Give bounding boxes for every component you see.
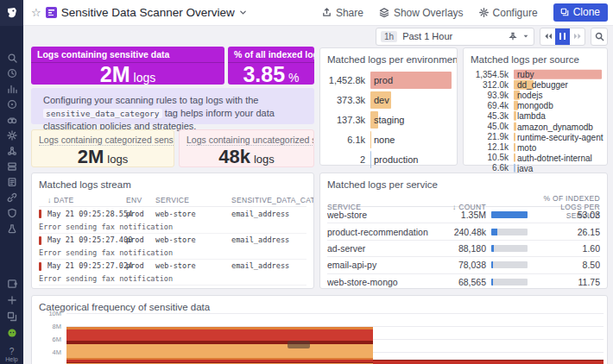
time-range-selector[interactable]: 1h Past 1 Hour <box>376 28 534 46</box>
toplist-bar-area: dd_debugger <box>514 79 602 90</box>
sidebar-item-marketplace[interactable] <box>0 276 23 291</box>
toplist-row[interactable]: 12.1kmoto <box>469 142 602 153</box>
toplist-row[interactable]: 45.3klambda <box>469 110 602 121</box>
area-band <box>66 344 373 358</box>
widget-source-toplist[interactable]: Matched logs per source 1,354.5kruby312.… <box>463 47 608 166</box>
log-message[interactable]: Error sending fax notification <box>39 272 306 285</box>
logs-icon <box>7 177 17 187</box>
toplist-label: dev <box>374 95 389 105</box>
column-category[interactable]: SENSITIVE_DATA_CATEGORY <box>231 196 314 204</box>
sidebar-item-integrations[interactable] <box>0 190 23 204</box>
clone-copy-icon <box>560 8 569 16</box>
service-row[interactable]: product-recommendation240.48k26.15 <box>327 223 600 240</box>
clone-button[interactable]: Clone <box>553 3 608 22</box>
sidebar-item-quick-add[interactable] <box>0 292 23 307</box>
show-overlays-button[interactable]: Show Overlays <box>379 7 464 19</box>
widget-frequency-chart[interactable]: Categorical frequency of sensitive data … <box>31 295 608 364</box>
toplist-row[interactable]: 1,452.8kprod <box>325 70 452 90</box>
toplist-value: 21.9k <box>469 132 514 141</box>
configure-button[interactable]: Configure <box>479 7 538 19</box>
count-bar-track <box>491 279 528 286</box>
widget-service-table[interactable]: Matched logs per service SERVICE ↓ COUNT… <box>319 173 608 289</box>
sidebar-item-history[interactable] <box>0 66 23 80</box>
sidebar-item-search[interactable] <box>0 50 23 65</box>
toplist-row[interactable]: 1,354.5kruby <box>469 69 602 79</box>
monitors-icon <box>7 99 17 110</box>
toplist-value: 6.6k <box>469 163 514 173</box>
log-row[interactable]: May 21 09:25:27.024prodweb-storeemail_ad… <box>39 259 306 272</box>
share-button[interactable]: Share <box>322 7 363 19</box>
sidebar-item-watchdog[interactable] <box>0 112 23 127</box>
service-count: 68,565 <box>434 277 491 287</box>
toplist-row[interactable]: 312.0kdd_debugger <box>469 79 602 90</box>
widget-unit: logs <box>107 153 128 166</box>
column-date[interactable]: ↓ DATE <box>39 196 126 204</box>
title-chevron-down-icon[interactable] <box>239 9 247 16</box>
widget-title: Matched logs stream <box>32 173 313 193</box>
search-icon <box>7 53 17 63</box>
toplist-row[interactable]: 2production <box>325 149 452 169</box>
time-dropdown-caret-icon[interactable] <box>522 33 529 40</box>
toplist-label: runtime-security-agent <box>517 132 603 141</box>
toplist-row[interactable]: 10.5kauth-dotnet-internal <box>469 153 602 163</box>
log-message[interactable]: Error sending fax notification <box>39 246 306 259</box>
sidebar-item-monitors[interactable] <box>0 97 23 111</box>
infrastructure-icon <box>7 161 17 172</box>
toplist-row[interactable]: 373.3kdev <box>325 90 452 110</box>
dashboard-header: ☆ Sensitive Data Scanner Overview Share … <box>23 0 613 26</box>
sidebar-item-logs[interactable] <box>0 174 23 189</box>
sidebar-item-copy[interactable] <box>0 309 23 323</box>
toplist-label: none <box>374 135 395 145</box>
sidebar-item-security[interactable] <box>0 205 23 220</box>
widget-log-stream[interactable]: Matched logs stream ↓ DATE ENV SERVICE S… <box>31 173 314 289</box>
sidebar-item-metrics[interactable] <box>0 128 23 142</box>
widget-value: 2M <box>78 147 104 166</box>
favorite-star-icon[interactable]: ☆ <box>31 7 41 18</box>
column-service[interactable]: SERVICE <box>155 196 231 204</box>
widget-pct-indexed[interactable]: % of all indexed logs 3.85% <box>228 47 314 85</box>
service-row[interactable]: web-store-mongo68,56511.75 <box>327 274 600 288</box>
watchdog-icon <box>7 115 17 125</box>
widget-logs-uncategorized[interactable]: Logs containing uncategorized sens... 48… <box>179 129 314 167</box>
service-row[interactable]: email-api-py78,0388.50 <box>327 257 600 273</box>
zoom-out-button[interactable] <box>591 28 608 46</box>
time-backward-button[interactable] <box>540 28 555 45</box>
toplist-row[interactable]: 93.9knodejs <box>469 90 602 100</box>
log-env: prod <box>126 235 155 244</box>
log-stream-header: ↓ DATE ENV SERVICE SENSITIVE_DATA_CATEGO… <box>39 194 306 207</box>
sidebar-item-infrastructure[interactable] <box>0 159 23 173</box>
service-count: 78,038 <box>434 260 491 270</box>
service-row[interactable]: web-store1.35M53.03 <box>327 207 600 223</box>
log-row[interactable]: May 21 09:25:27.400prodweb-storeemail_ad… <box>39 233 306 246</box>
toplist-row[interactable]: 45.0kamazon_dynamodb <box>469 121 602 131</box>
toplist-value: 373.3k <box>325 95 370 105</box>
column-env[interactable]: ENV <box>126 196 155 204</box>
log-row[interactable]: May 21 09:25:28.554prodweb-storeemail_ad… <box>39 207 306 220</box>
toplist-row[interactable]: 137.3kstaging <box>325 110 452 129</box>
toplist-row[interactable]: 21.9kruntime-security-agent <box>469 132 602 142</box>
quick-add-icon <box>7 295 17 305</box>
toplist-value: 69.4k <box>469 101 514 110</box>
widget-logs-sensitive[interactable]: Logs containing sensitive data 2Mlogs <box>31 47 224 85</box>
freq-chart-plot[interactable] <box>66 310 604 364</box>
datadog-logo[interactable] <box>0 0 23 26</box>
toplist-row[interactable]: 6.1knone <box>325 129 452 149</box>
sidebar-item-apm[interactable] <box>0 143 23 158</box>
widget-env-toplist[interactable]: Matched logs per environment 1,452.8kpro… <box>319 47 458 166</box>
sidebar-item-synthetics[interactable] <box>0 221 23 235</box>
log-message[interactable]: Error sending fax notification <box>39 220 306 233</box>
pause-button[interactable] <box>555 28 570 45</box>
pin-icon[interactable] <box>509 32 517 41</box>
toplist-row[interactable]: 69.4kmongodb <box>469 100 602 110</box>
sidebar-item-dashboards[interactable] <box>0 81 23 96</box>
widget-value: 48k <box>218 147 250 166</box>
toplist-bar-area: auth-dotnet-internal <box>514 153 602 163</box>
help-button[interactable]: ? Help <box>0 347 23 362</box>
time-forward-button[interactable] <box>570 28 585 45</box>
log-row[interactable]: May 21 09:25:26.999prodweb-storeemail_ad… <box>39 285 306 287</box>
toplist-bar-area: none <box>370 129 452 149</box>
chart-drag-handle[interactable] <box>288 341 310 348</box>
service-row[interactable]: ad-server88,1801.60 <box>327 241 600 257</box>
widget-logs-categorized[interactable]: Logs containing categorized sensiti... 2… <box>31 129 174 167</box>
sidebar-item-bits-ai[interactable] <box>0 325 23 340</box>
